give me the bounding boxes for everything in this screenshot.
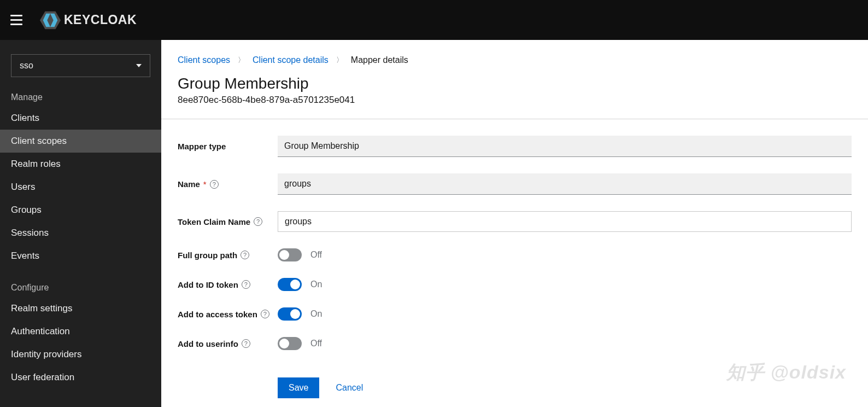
mapper-type-field: [278, 136, 852, 157]
realm-selector-value: sso: [20, 61, 33, 71]
toggle-state: Off: [310, 339, 322, 348]
sidebar-item-clients[interactable]: Clients: [0, 107, 161, 130]
add-to-access-token-toggle[interactable]: [278, 307, 302, 321]
section-label-configure: Configure: [0, 283, 161, 293]
full-group-path-toggle[interactable]: [278, 248, 302, 261]
sidebar-item-realm-settings[interactable]: Realm settings: [0, 297, 161, 320]
form-actions: Save Cancel: [278, 367, 852, 398]
label-add-to-access-token: Add to access token ?: [178, 310, 278, 319]
row-add-to-userinfo: Add to userinfo ? Off: [178, 337, 852, 350]
label-name: Name * ?: [178, 179, 278, 189]
brand-name: KEYCLOAK: [64, 13, 137, 27]
sidebar-item-client-scopes[interactable]: Client scopes: [0, 130, 161, 153]
mapper-form: Mapper type Name * ?: [161, 119, 868, 398]
section-label-manage: Manage: [0, 92, 161, 102]
breadcrumb: Client scopes 〉 Client scope details 〉 M…: [161, 55, 868, 65]
help-icon[interactable]: ?: [242, 339, 250, 348]
help-icon[interactable]: ?: [261, 310, 269, 318]
keycloak-icon: [40, 11, 61, 30]
row-mapper-type: Mapper type: [178, 136, 852, 157]
toggle-state: Off: [310, 250, 322, 260]
sidebar-item-user-federation[interactable]: User federation: [0, 366, 161, 389]
add-to-userinfo-toggle[interactable]: [278, 337, 302, 350]
required-indicator: *: [203, 179, 207, 189]
name-field: [278, 173, 852, 195]
save-button[interactable]: Save: [278, 377, 319, 398]
page-id: 8ee870ec-568b-4be8-879a-a5701235e041: [161, 95, 868, 119]
help-icon[interactable]: ?: [241, 251, 249, 259]
help-icon[interactable]: ?: [210, 180, 219, 189]
sidebar-item-identity-providers[interactable]: Identity providers: [0, 343, 161, 366]
sidebar-item-users[interactable]: Users: [0, 176, 161, 199]
chevron-right-icon: 〉: [238, 55, 245, 65]
sidebar: sso Manage Clients Client scopes Realm r…: [0, 40, 161, 407]
sidebar-item-events[interactable]: Events: [0, 245, 161, 268]
label-token-claim-name: Token Claim Name ?: [178, 217, 278, 226]
brand-logo[interactable]: KEYCLOAK: [40, 11, 137, 30]
add-to-id-token-toggle[interactable]: [278, 278, 302, 291]
row-add-to-id-token: Add to ID token ? On: [178, 278, 852, 291]
sidebar-item-authentication[interactable]: Authentication: [0, 320, 161, 343]
page-title: Group Membership: [161, 65, 868, 95]
main-content: Client scopes 〉 Client scope details 〉 M…: [161, 40, 868, 407]
help-icon[interactable]: ?: [242, 280, 250, 289]
chevron-right-icon: 〉: [336, 55, 343, 65]
label-add-to-userinfo: Add to userinfo ?: [178, 339, 278, 348]
breadcrumb-client-scope-details[interactable]: Client scope details: [253, 55, 329, 65]
label-mapper-type: Mapper type: [178, 142, 278, 151]
toggle-state: On: [310, 280, 322, 289]
caret-down-icon: [136, 64, 142, 67]
sidebar-item-groups[interactable]: Groups: [0, 199, 161, 222]
token-claim-name-field[interactable]: [278, 211, 852, 232]
row-add-to-access-token: Add to access token ? On: [178, 307, 852, 321]
label-add-to-id-token: Add to ID token ?: [178, 280, 278, 289]
sidebar-item-sessions[interactable]: Sessions: [0, 222, 161, 245]
row-name: Name * ?: [178, 173, 852, 195]
app-header: KEYCLOAK: [0, 0, 868, 40]
toggle-state: On: [310, 309, 322, 319]
help-icon[interactable]: ?: [254, 217, 262, 226]
row-full-group-path: Full group path ? Off: [178, 248, 852, 261]
realm-selector[interactable]: sso: [11, 54, 150, 77]
menu-toggle-button[interactable]: [7, 10, 26, 30]
sidebar-item-realm-roles[interactable]: Realm roles: [0, 153, 161, 176]
row-token-claim-name: Token Claim Name ?: [178, 211, 852, 232]
svg-marker-0: [40, 11, 61, 28]
breadcrumb-current: Mapper details: [351, 55, 408, 65]
cancel-button[interactable]: Cancel: [336, 383, 363, 393]
label-full-group-path: Full group path ?: [178, 251, 278, 260]
breadcrumb-client-scopes[interactable]: Client scopes: [178, 55, 230, 65]
